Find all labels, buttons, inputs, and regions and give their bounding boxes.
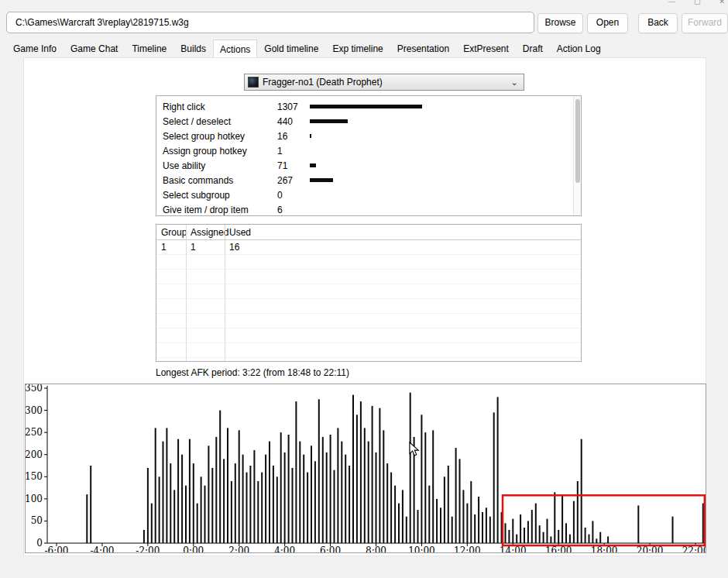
apm-bar (337, 428, 338, 543)
apm-bar (607, 536, 609, 543)
apm-bar (364, 428, 366, 543)
x-tick-label: -2:00 (136, 545, 160, 553)
apm-bar (448, 466, 449, 543)
action-stat-bar (310, 119, 348, 123)
action-stat-bar (310, 178, 333, 182)
apm-bar (497, 397, 499, 543)
x-tick-label: 8:00 (366, 545, 386, 553)
x-tick-label: 16:00 (545, 545, 572, 553)
apm-bar (193, 463, 194, 543)
tab-presentation[interactable]: Presentation (390, 39, 456, 59)
apm-bar (265, 455, 266, 543)
apm-bar (314, 461, 316, 543)
action-stat-row[interactable]: Give item / drop item6 (156, 202, 581, 216)
table-cell: 16 (225, 242, 581, 253)
tab-builds[interactable]: Builds (173, 39, 213, 59)
apm-bar (284, 452, 286, 543)
action-stat-value: 440 (277, 116, 310, 127)
apm-bar (276, 477, 278, 543)
apm-bar (288, 435, 290, 543)
apm-bar (307, 473, 308, 543)
apm-bar (246, 473, 248, 543)
close-icon[interactable]: ✕ (719, 0, 725, 5)
tab-extpresent[interactable]: ExtPresent (456, 39, 516, 59)
apm-bar (143, 530, 145, 543)
apm-bar (599, 532, 601, 543)
y-tick-label: 0 (36, 538, 43, 549)
player-select[interactable]: Fragger-no1 (Death Prophet) ⌄ (244, 74, 524, 91)
apm-bar (547, 519, 548, 543)
action-stat-row[interactable]: Select group hotkey16 (156, 129, 581, 143)
x-tick-label: 2:00 (228, 545, 249, 553)
table-row[interactable] (156, 284, 581, 299)
apm-bar (201, 477, 202, 543)
apm-bar (372, 406, 373, 543)
highlight-rectangle[interactable] (503, 495, 705, 545)
apm-bar (459, 459, 461, 543)
apm-bar (478, 497, 479, 543)
apm-bar (565, 523, 567, 543)
maximize-icon[interactable]: ▢ (694, 0, 701, 5)
table-row[interactable] (156, 358, 581, 362)
group-hotkey-table: Group Assigned Used 1116 (156, 224, 582, 362)
apm-bar (428, 486, 430, 543)
action-stat-label: Give item / drop item (163, 205, 277, 215)
table-row[interactable] (156, 329, 581, 343)
apm-bar (455, 448, 457, 543)
action-stat-label: Right click (163, 101, 277, 112)
y-tick-label: 150 (26, 471, 43, 482)
apm-bar (311, 446, 312, 543)
y-tick-label: 300 (26, 405, 43, 416)
stats-scrollbar[interactable] (573, 96, 581, 215)
apm-bar (269, 442, 270, 543)
action-stat-row[interactable]: Use ability71 (156, 158, 581, 173)
scrollbar-thumb[interactable] (575, 99, 580, 183)
tab-action-log[interactable]: Action Log (550, 39, 608, 59)
apm-bar (493, 412, 495, 543)
apm-bar (177, 439, 179, 543)
apm-bar (352, 395, 354, 543)
tab-gold-timeline[interactable]: Gold timeline (257, 39, 325, 59)
table-row[interactable] (156, 299, 581, 314)
apm-bar (436, 499, 438, 543)
back-button[interactable]: Back (638, 13, 678, 33)
browse-button[interactable]: Browse (537, 13, 583, 33)
apm-bar (577, 481, 579, 543)
replay-path-input[interactable] (6, 12, 534, 33)
table-row[interactable] (156, 255, 581, 270)
action-stat-label: Select group hotkey (163, 131, 277, 142)
tab-draft[interactable]: Draft (516, 39, 550, 59)
action-stat-row[interactable]: Select / deselect440 (156, 114, 581, 129)
apm-bar (86, 494, 88, 543)
apm-bar (170, 463, 171, 543)
table-row[interactable] (156, 314, 581, 329)
apm-bar (341, 442, 342, 543)
action-stat-row[interactable]: Select subgroup0 (156, 188, 581, 202)
action-stat-row[interactable]: Assign group hotkey1 (156, 143, 581, 158)
action-stat-label: Basic commands (163, 175, 277, 186)
tab-timeline[interactable]: Timeline (125, 39, 173, 59)
tab-game-chat[interactable]: Game Chat (64, 39, 125, 59)
action-stat-row[interactable]: Basic commands267 (156, 173, 581, 188)
player-select-value: Fragger-no1 (Death Prophet) (263, 77, 504, 88)
column-divider (225, 225, 225, 361)
apm-bar (155, 428, 156, 543)
apm-chart-panel: 050100150200250300350-6:00-4:00-2:000:00… (25, 384, 706, 553)
apm-bar (581, 439, 582, 543)
apm-bar (330, 435, 331, 543)
table-row[interactable] (156, 343, 581, 358)
table-row[interactable]: 1116 (156, 240, 581, 255)
apm-bar (573, 501, 575, 543)
apm-chart[interactable]: 050100150200250300350-6:00-4:00-2:000:00… (26, 384, 706, 553)
table-row[interactable] (156, 270, 581, 284)
table-header: Group Assigned Used (156, 225, 581, 240)
minimize-icon[interactable]: — (668, 0, 675, 5)
x-tick-label: 20:00 (637, 545, 664, 553)
tab-exp-timeline[interactable]: Exp timeline (325, 39, 390, 59)
open-button[interactable]: Open (587, 13, 628, 33)
apm-bar (322, 437, 324, 543)
apm-bar (197, 504, 198, 543)
action-stat-row[interactable]: Right click1307 (156, 99, 581, 114)
tab-game-info[interactable]: Game Info (6, 39, 64, 59)
x-tick-label: 0:00 (183, 545, 204, 553)
